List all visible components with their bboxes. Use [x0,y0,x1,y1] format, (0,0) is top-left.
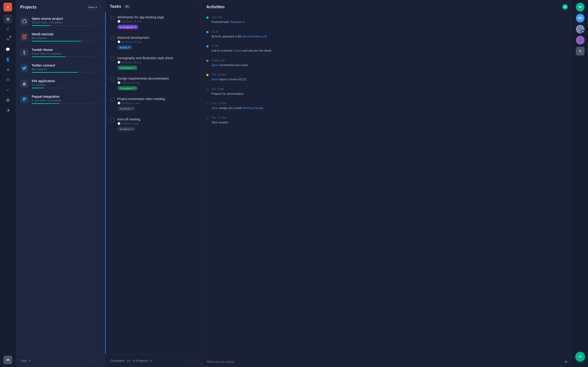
task-badge[interactable]: Completed ▾ [117,66,138,70]
activity-link[interactable]: #features 4 [230,20,245,24]
activity-dot [206,17,208,19]
project-info: Twitter connect 50 completed [32,64,94,73]
task-badge[interactable]: In progress ▾ [117,25,138,29]
user-avatar[interactable]: JR [3,356,12,364]
prev-page-button[interactable]: ‹ [86,357,92,364]
avatar-photo2[interactable]: 👤 [576,36,585,44]
sidebar-item-grid[interactable]: ⠿ [3,25,12,33]
sidebar-item-tasks[interactable]: ✓ [3,85,12,94]
activity-time: 11:30 [211,30,568,33]
project-meta: 50 completed [32,37,94,40]
activity-link[interactable]: Jessi [211,77,218,81]
sidebar-item-analytics[interactable]: ◑ [3,106,12,114]
project-menu-button[interactable]: ⋯ [97,35,100,39]
task-badge[interactable]: Completed ▾ [117,86,138,90]
activity-dot [206,102,208,105]
project-item[interactable]: Paypal integration 2 open tasks, 5 compl… [17,92,103,107]
fab-button[interactable]: + [575,352,585,361]
avatar-s[interactable]: S [576,47,585,56]
sidebar-item-users[interactable]: 👤 [3,55,12,64]
activity-link[interactable]: Jacob [234,49,242,52]
task-checkbox[interactable] [111,16,115,20]
task-time: 🕐 4:40 pm, 18 July [117,81,197,84]
avatar-photo-placeholder: 👤 [579,39,582,42]
new-project-button[interactable]: New ▾ [85,4,100,10]
grid-icon: ⠿ [6,27,9,31]
send-button[interactable]: ➤ [564,359,568,364]
project-menu-button[interactable]: ⋯ [97,19,100,24]
tasks-menu-button[interactable]: ⋯ [193,4,197,9]
tasks-header: Tasks 55 ⋯ [105,0,201,12]
progress-fill [32,25,50,26]
activity-text: Task created [211,120,568,125]
activity-dot [206,74,208,76]
task-badge[interactable]: Archived ▾ [117,127,135,131]
activity-text: Finished task #features 4. [211,20,568,24]
badge-chevron: ▾ [134,66,135,69]
activities-header: Activities 24 [202,0,572,13]
sidebar-item-home[interactable]: ⊞ [3,15,12,23]
sidebar-item-layers[interactable]: ⧉ [3,75,12,84]
task-checkbox[interactable] [111,36,115,40]
activity-item: Thu, 17 Jan Task created [206,113,568,128]
project-icon-html5 [20,33,28,41]
activity-link[interactable]: documentation.pdf [242,35,267,38]
activity-link[interactable]: Jessi [211,63,218,67]
project-meta: 50 completed [32,68,94,71]
app-logo-letter: a [7,5,9,9]
project-menu-button[interactable]: ⋯ [97,66,100,70]
next-page-button[interactable]: › [94,357,100,364]
task-content: Project teammates video meeting 🕐 12:30 … [117,97,197,111]
activity-content: Thu, 17 Jan Task created [211,116,568,125]
project-name: Paypal integration [32,95,94,98]
avatar-m[interactable]: M [576,3,585,11]
total-label: Total: [20,359,27,362]
task-content: Kick-off meeting 🕐 9:30 pm, 5 July Archi… [117,117,197,131]
activity-text: Jessi assign you a task Mockup Design. [211,106,568,110]
project-icon-twitter [20,64,28,72]
sidebar-item-mail[interactable]: ✉ [3,35,12,44]
task-checkbox[interactable] [111,98,115,102]
activity-input[interactable] [206,360,562,364]
tasks-title-area: Tasks 55 [110,4,131,9]
progress-fill [32,103,60,104]
activity-dot [206,45,208,48]
inprogress-value: 5 [150,359,152,362]
activity-link[interactable]: Mockup Design [243,106,263,110]
avatar-photo1[interactable]: 👤 ⚙ [576,25,585,33]
activity-item: 3 days ago Jessi commented your post. [206,56,568,70]
activity-content: Sun, 11 Feb Jessi assign you a task Mock… [211,102,568,110]
project-item[interactable]: Html5 minisite 50 completed ⋯ [17,29,103,45]
task-badge[interactable]: Active ▾ [117,45,132,50]
clock-icon: 🕐 [117,20,121,23]
activity-time: Sun, 11 Feb [211,102,568,105]
avatar-rd[interactable]: RD [576,14,585,23]
project-menu-button[interactable]: ⋯ [97,50,100,55]
table-icon: ▦ [6,98,10,102]
project-menu-button[interactable]: ⋯ [97,82,100,86]
prev-tasks-button[interactable]: ‹ [182,357,189,364]
activity-link[interactable]: Jessi [211,106,218,110]
tasks-list: Wireframes for app landing page 🕐 10:30 … [105,12,201,354]
app-logo[interactable]: a [3,3,12,11]
project-item[interactable]: IOS application 5 completed ⋯ [17,76,103,92]
task-item: Project teammates video meeting 🕐 12:30 … [109,94,199,114]
main-content: Projects New ▾ Open source project 20 op… [16,0,572,367]
task-checkbox[interactable] [111,118,115,122]
project-item[interactable]: Tumblr theme 8 open tasks, 5 completed ⋯ [17,45,103,60]
projects-footer: Total: 4 ‹ › [16,354,105,367]
project-menu-button[interactable]: ⋯ [97,97,100,102]
project-item[interactable]: Open source project 20 open tasks, 7 com… [17,14,103,29]
activity-content: Just now Finished task #features 4. [211,16,568,24]
next-tasks-button[interactable]: › [190,357,197,364]
task-badge[interactable]: Archived ▾ [117,106,135,111]
project-item[interactable]: Twitter connect 50 completed ⋯ [17,60,103,76]
task-checkbox[interactable] [111,77,115,81]
sidebar-item-chat[interactable]: 💬 [3,45,12,54]
sidebar-item-table[interactable]: ▦ [3,95,12,104]
sidebar-item-add[interactable]: ⊕ [3,65,12,74]
project-info: Open source project 20 open tasks, 7 com… [32,17,94,26]
project-name: IOS application [32,79,94,83]
task-checkbox[interactable] [111,57,115,61]
progress-fill [32,72,78,73]
